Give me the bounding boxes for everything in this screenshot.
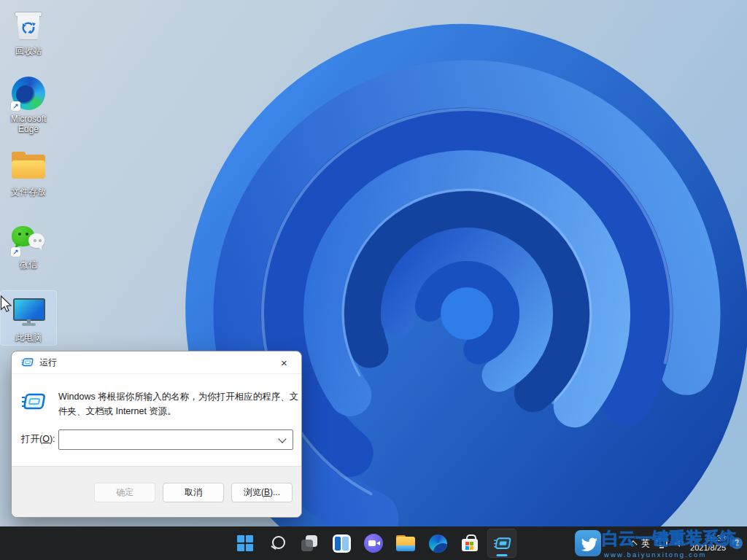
run-description: Windows 将根据你所输入的名称，为你打开相应的程序、文件夹、文档或 Int… xyxy=(58,389,301,419)
edge-icon: ↗ xyxy=(11,75,46,112)
this-pc-icon xyxy=(11,294,46,330)
task-view-button[interactable] xyxy=(295,529,324,558)
tray-time: 15:33 xyxy=(705,534,726,543)
desktop-icon-folder[interactable]: 文件存放 xyxy=(1,145,56,199)
network-ethernet-icon[interactable] xyxy=(655,537,668,549)
run-dialog-titlebar[interactable]: 运行 × xyxy=(12,351,301,374)
search-icon xyxy=(268,534,286,552)
tray-date: 2021/8/25 xyxy=(690,543,726,553)
run-icon xyxy=(20,392,46,412)
task-view-icon xyxy=(301,534,318,552)
notification-badge[interactable]: 2 xyxy=(731,537,743,549)
open-input[interactable] xyxy=(59,430,279,449)
run-dialog-body: Windows 将根据你所输入的名称，为你打开相应的程序、文件夹、文档或 Int… xyxy=(12,374,301,466)
dialog-title: 运行 xyxy=(39,357,57,369)
ok-button[interactable]: 确定 xyxy=(94,483,155,502)
chevron-down-icon[interactable] xyxy=(278,435,286,443)
edge-icon xyxy=(429,534,447,553)
windows-logo-icon xyxy=(237,535,253,551)
search-button[interactable] xyxy=(263,529,292,558)
chat-button[interactable] xyxy=(359,529,388,558)
desktop-icon-recycle-bin[interactable]: 回收站 xyxy=(1,4,56,58)
desktop-icon-label: 文件存放 xyxy=(11,187,46,197)
run-dialog: 运行 × Windows 将根据你所输入的名称，为你打开相应的程序、文件夹、文档… xyxy=(11,351,302,518)
run-dialog-footer: 确定 取消 浏览(B)... xyxy=(12,466,301,517)
taskbar-center xyxy=(229,526,518,560)
close-icon[interactable]: × xyxy=(268,351,301,373)
ime-indicator[interactable]: 英 xyxy=(641,537,650,550)
widgets-icon xyxy=(333,534,351,553)
clock[interactable]: 15:33 2021/8/25 xyxy=(690,534,726,553)
desktop-icon-label: 此电脑 xyxy=(15,332,42,343)
desktop-icon-edge[interactable]: ↗ Microsoft Edge xyxy=(1,72,56,136)
cancel-button[interactable]: 取消 xyxy=(163,483,224,502)
desktop-icon-label: 回收站 xyxy=(15,46,42,56)
folder-icon xyxy=(11,148,46,184)
wechat-icon: ↗ xyxy=(11,221,46,257)
edge-button[interactable] xyxy=(423,529,452,558)
recycle-bin-icon xyxy=(11,7,46,44)
run-icon xyxy=(492,536,511,551)
desktop-screen: 回收站 ↗ Microsoft Edge 文件存放 ↗ 微信 xyxy=(0,0,747,560)
file-explorer-button[interactable] xyxy=(391,529,420,558)
shortcut-arrow-icon: ↗ xyxy=(11,101,20,111)
desktop-icon-label: Microsoft Edge xyxy=(1,114,55,134)
open-combobox xyxy=(58,429,293,450)
start-button[interactable] xyxy=(231,529,260,558)
volume-icon[interactable] xyxy=(673,537,685,549)
mouse-cursor xyxy=(0,295,13,313)
active-app-indicator xyxy=(497,554,508,556)
run-icon xyxy=(20,357,34,368)
chat-camera-icon xyxy=(364,534,383,553)
desktop-icon-wechat[interactable]: ↗ 微信 xyxy=(1,218,56,272)
store-button[interactable] xyxy=(455,529,484,558)
shortcut-arrow-icon: ↗ xyxy=(11,247,20,257)
hidden-icons-chevron-icon[interactable] xyxy=(629,540,637,548)
taskbar: 英 15:33 2021/8/25 2 xyxy=(0,526,747,560)
file-explorer-icon xyxy=(396,535,415,551)
store-bag-icon xyxy=(461,534,479,552)
browse-button[interactable]: 浏览(B)... xyxy=(231,483,293,502)
desktop-icon-label: 微信 xyxy=(20,260,37,270)
system-tray: 英 15:33 2021/8/25 2 xyxy=(630,526,743,560)
widgets-button[interactable] xyxy=(327,529,356,558)
run-app-button[interactable] xyxy=(487,529,516,558)
open-label: 打开(O): xyxy=(21,433,55,446)
